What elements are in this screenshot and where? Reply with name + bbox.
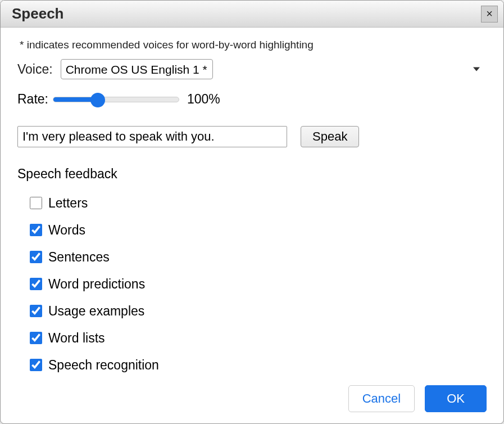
feedback-item-words: Words [28, 222, 487, 238]
checkbox-word-lists[interactable] [30, 332, 42, 344]
rate-slider[interactable] [53, 97, 179, 102]
hint-text: * indicates recommended voices for word-… [20, 39, 487, 51]
voice-row: Voice: Chrome OS US English 1 * [17, 59, 487, 79]
voice-label: Voice: [17, 62, 53, 77]
voice-select[interactable]: Chrome OS US English 1 * [61, 59, 213, 79]
speech-dialog: Speech × * indicates recommended voices … [0, 0, 504, 424]
checkbox-sentences[interactable] [30, 251, 42, 263]
checkbox-speech-recognition[interactable] [30, 359, 42, 371]
checkbox-label: Word lists [48, 331, 105, 346]
rate-row: Rate: 100% [17, 92, 487, 107]
feedback-list: Letters Words Sentences Word predictions… [17, 195, 487, 384]
checkbox-label: Word predictions [48, 277, 145, 292]
checkbox-label: Sentences [48, 250, 110, 265]
checkbox-usage-examples[interactable] [30, 305, 42, 317]
speak-button[interactable]: Speak [301, 126, 359, 147]
feedback-item-sentences: Sentences [28, 249, 487, 265]
dialog-title: Speech [12, 5, 64, 22]
ok-button[interactable]: OK [425, 385, 487, 412]
checkbox-label: Usage examples [48, 304, 144, 319]
test-text-input[interactable] [17, 126, 287, 147]
checkbox-word-predictions[interactable] [30, 278, 42, 290]
checkbox-label: Speech recognition [48, 358, 159, 373]
close-icon: × [486, 7, 493, 20]
rate-value: 100% [187, 92, 220, 107]
voice-select-wrap: Chrome OS US English 1 * [61, 59, 487, 79]
feedback-item-letters: Letters [28, 195, 487, 211]
feedback-item-speech-recognition: Speech recognition [28, 357, 487, 373]
feedback-item-word-lists: Word lists [28, 330, 487, 346]
feedback-item-usage-examples: Usage examples [28, 303, 487, 319]
rate-label: Rate: [17, 92, 48, 107]
checkbox-words[interactable] [30, 224, 42, 236]
checkbox-label: Letters [48, 196, 88, 211]
test-row: Speak [17, 126, 487, 147]
feedback-heading: Speech feedback [17, 166, 487, 182]
close-button[interactable]: × [481, 6, 498, 22]
dialog-body: * indicates recommended voices for word-… [1, 28, 503, 423]
cancel-button[interactable]: Cancel [348, 385, 415, 412]
dialog-titlebar: Speech × [1, 1, 503, 28]
checkbox-letters[interactable] [30, 197, 42, 209]
checkbox-label: Words [48, 223, 85, 238]
dialog-button-row: Cancel OK [17, 385, 487, 412]
feedback-item-word-predictions: Word predictions [28, 276, 487, 292]
